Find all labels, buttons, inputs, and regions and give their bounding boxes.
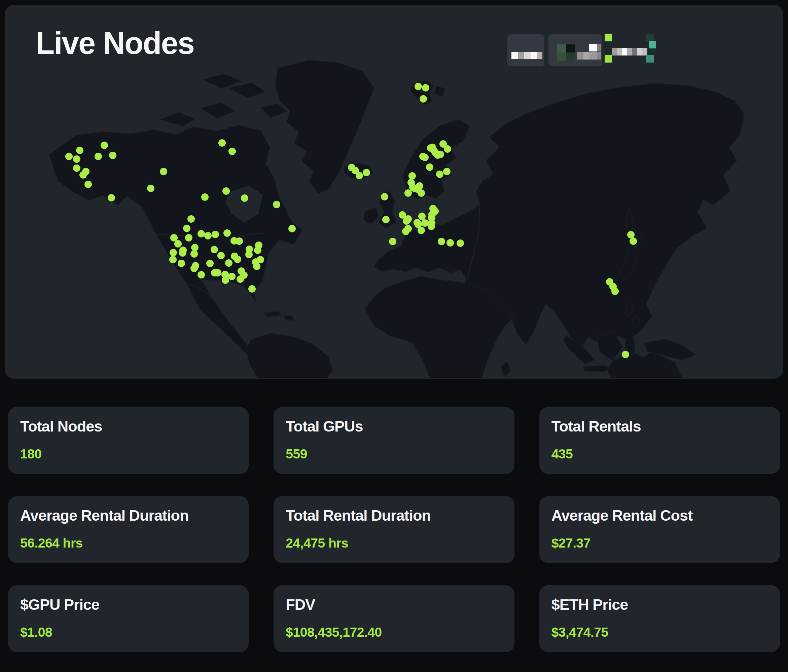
node-dot <box>222 276 229 284</box>
world-map-svg <box>42 47 746 378</box>
node-dot <box>421 154 429 161</box>
node-dot <box>170 234 178 241</box>
node-dot <box>187 215 195 223</box>
stat-label: $ETH Price <box>551 596 768 613</box>
stat-label: Total Rentals <box>551 418 768 435</box>
node-dot <box>185 234 192 241</box>
node-dot <box>79 171 87 179</box>
node-dot <box>408 172 416 180</box>
node-dot <box>76 147 83 154</box>
node-dot <box>389 238 396 245</box>
node-dot <box>160 168 167 175</box>
live-nodes-card: Live Nodes <box>5 5 783 379</box>
stat-card-total-gpus: Total GPUs 559 <box>273 407 514 474</box>
node-dot <box>204 232 211 239</box>
node-dot <box>73 165 80 172</box>
node-dot <box>416 182 423 190</box>
stat-card-gpu-price: $GPU Price $1.08 <box>8 585 249 652</box>
node-dot <box>178 260 185 267</box>
node-dot <box>418 212 426 220</box>
stat-label: Total Rental Duration <box>286 507 502 525</box>
world-map <box>42 47 746 378</box>
node-dot <box>446 239 454 247</box>
stat-value: 180 <box>20 447 237 461</box>
node-dot <box>248 285 256 293</box>
stat-card-total-rental-duration: Total Rental Duration 24,475 hrs <box>273 496 514 563</box>
node-dot <box>443 168 451 175</box>
stat-card-total-rentals: Total Rentals 435 <box>539 407 780 474</box>
node-dot <box>206 260 214 267</box>
stat-card-eth-price: $ETH Price $3,474.75 <box>539 585 780 652</box>
node-dot <box>147 185 154 192</box>
node-dot <box>363 169 370 176</box>
node-dot <box>197 230 205 238</box>
stat-label: Average Rental Cost <box>551 507 768 525</box>
node-dot <box>197 271 205 279</box>
node-dot <box>101 142 108 149</box>
node-dot <box>421 219 429 227</box>
stat-label: Total Nodes <box>20 418 237 435</box>
node-dot <box>170 249 177 256</box>
stat-label: Total GPUs <box>286 418 502 435</box>
stat-card-total-nodes: Total Nodes 180 <box>8 407 249 474</box>
node-dot <box>402 228 410 235</box>
node-dot <box>257 256 264 263</box>
node-dot <box>415 83 422 90</box>
node-dot <box>218 139 226 147</box>
masked-pixel <box>605 33 612 41</box>
node-dot <box>426 163 434 171</box>
node-dot <box>418 189 425 197</box>
node-dot <box>403 217 410 225</box>
node-dot <box>211 246 218 253</box>
node-dot <box>434 151 442 159</box>
node-dot <box>245 251 253 258</box>
node-dot <box>223 229 231 237</box>
node-dot <box>218 252 225 259</box>
node-dot <box>237 276 244 283</box>
stats-grid: Total Nodes 180 Total GPUs 559 Total Ren… <box>0 407 788 652</box>
node-dot <box>428 211 436 218</box>
node-dot <box>109 152 116 159</box>
node-dot <box>382 216 389 223</box>
node-dot <box>428 219 435 227</box>
stat-value: $27.37 <box>551 536 768 551</box>
node-dot <box>629 238 637 245</box>
node-dot <box>169 256 176 263</box>
stat-value: 559 <box>286 447 502 461</box>
node-dot <box>253 263 261 270</box>
node-dot <box>381 193 388 200</box>
stat-value: $1.08 <box>20 625 237 640</box>
node-dot <box>108 194 115 201</box>
node-dot <box>356 172 363 179</box>
node-dot <box>241 194 248 202</box>
node-dot <box>622 351 629 358</box>
node-dot <box>179 249 186 257</box>
node-dot <box>191 250 198 258</box>
node-dot <box>288 225 296 232</box>
stat-value: 435 <box>551 447 768 461</box>
node-dot <box>95 153 102 160</box>
node-dot <box>404 189 412 197</box>
node-dot <box>73 155 80 163</box>
node-dot <box>191 244 199 251</box>
node-dot <box>422 84 429 92</box>
stat-card-average-rental-cost: Average Rental Cost $27.37 <box>539 496 780 563</box>
node-dot <box>183 225 191 232</box>
node-dot <box>612 288 619 295</box>
node-dot <box>228 273 235 280</box>
node-dot <box>438 238 445 245</box>
node-dot <box>444 145 451 153</box>
node-dot <box>201 193 209 201</box>
node-dot <box>84 181 92 188</box>
node-dot <box>273 201 280 208</box>
node-dot <box>457 239 464 247</box>
stat-label: $GPU Price <box>20 596 237 613</box>
node-dot <box>191 265 198 272</box>
stat-label: Average Rental Duration <box>20 507 237 525</box>
node-dot <box>174 240 182 247</box>
node-dot <box>627 231 635 238</box>
node-dot <box>429 144 436 151</box>
node-dot <box>65 153 73 160</box>
node-dot <box>229 147 236 155</box>
node-dot <box>254 247 261 254</box>
